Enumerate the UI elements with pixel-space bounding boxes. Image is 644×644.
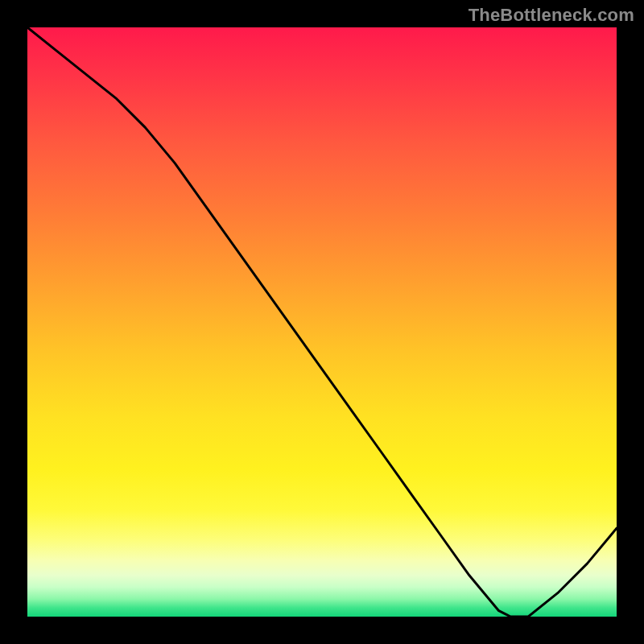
plot-area	[27, 27, 617, 617]
chart-frame: TheBottleneck.com	[0, 0, 644, 644]
bottleneck-curve	[27, 27, 617, 617]
watermark-text: TheBottleneck.com	[469, 5, 634, 26]
